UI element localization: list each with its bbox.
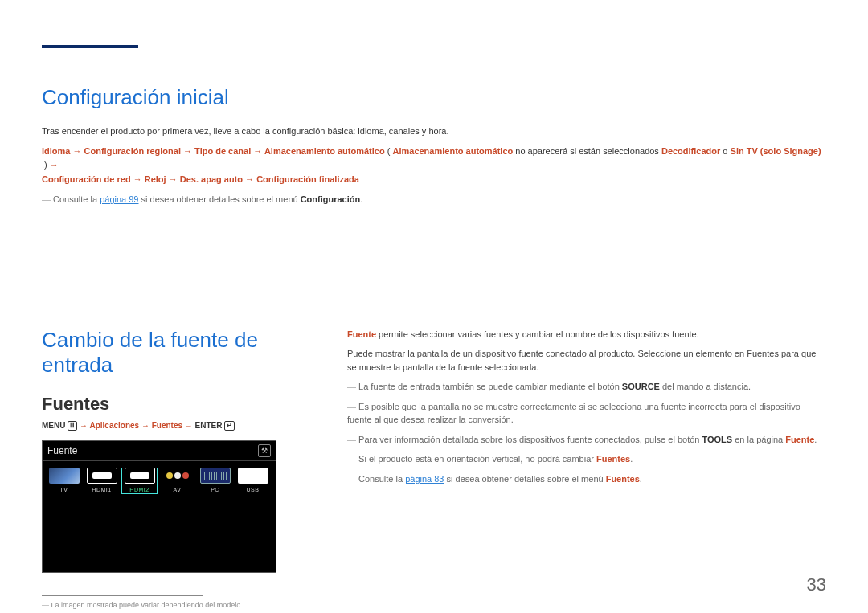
link-pagina-99[interactable]: página 99 [100,194,138,204]
menupath-enter: ENTER [195,421,223,430]
usb-icon [238,468,268,484]
header-accent-bar [42,45,138,48]
source-panel-header: Fuente ⚒ [43,441,276,461]
section2-columns: Cambio de la fuente de entrada Fuentes M… [42,328,826,609]
av-icon [162,468,193,484]
source-item-tv[interactable]: TV [46,468,82,494]
d4-bold-fuentes: Fuentes [596,454,630,464]
d4-pre: Si el producto está en orientación verti… [358,454,596,464]
setup-path: Idioma → Configuración regional → Tipo d… [42,145,826,187]
source-item-hdmi1[interactable]: HDMI1 [84,468,120,494]
d1-bold-source: SOURCE [622,382,660,391]
page-container: Configuración inicial Tras encender el p… [0,0,868,613]
right-d3: Para ver información detallada sobre los… [347,433,826,447]
path-config-finalizada: Configuración finalizada [256,174,359,184]
d1-pre: La fuente de entrada también se puede ca… [358,382,622,391]
path-note-or: o [723,146,730,156]
menu-path: MENU Ⅲ → Aplicaciones → Fuentes → ENTER … [42,421,315,431]
source-item-usb[interactable]: USB [235,468,271,494]
section2-right-column: Fuente permite seleccionar varias fuente… [347,328,826,609]
right-p1-bold: Fuente [347,329,376,339]
tools-icon[interactable]: ⚒ [258,444,271,457]
right-d1: La fuente de entrada también se puede ca… [347,380,826,394]
path-idioma: Idioma [42,146,70,156]
footnote: La imagen mostrada puede variar dependie… [42,601,315,609]
d5-post: . [640,474,642,484]
note-post: . [360,194,362,204]
source-label: USB [235,487,271,492]
d4-post: . [630,454,633,464]
source-label: HDMI1 [84,487,120,492]
d1-post: del mando a distancia. [662,382,751,391]
link-pagina-83[interactable]: página 83 [405,474,444,484]
path-almacenamiento: Almacenamiento automático [264,146,385,156]
d3-post: . [814,435,817,444]
menupath-fuentes: Fuentes [152,421,182,430]
right-d4: Si el producto está en orientación verti… [347,452,826,466]
source-panel: Fuente ⚒ TV HDMI1 HDMI2 [42,440,276,573]
d3-bold-fuente: Fuente [785,435,814,444]
menupath-menu: MENU [42,421,68,430]
right-d5: Consulte la página 83 si desea obtener d… [347,472,826,486]
path-note-bold: Almacenamiento automático [392,146,513,156]
source-label: TV [46,487,82,492]
section2-subtitle: Fuentes [42,394,315,415]
hdmi-icon [87,468,117,484]
section2-left-column: Cambio de la fuente de entrada Fuentes M… [42,328,315,609]
note-pre: Consulte la [53,194,100,204]
tv-icon [49,468,80,484]
right-p1-text: permite seleccionar varias fuentes y cam… [376,329,699,339]
note-mid: si desea obtener detalles sobre el menú [141,194,301,204]
source-label: AV [159,487,195,492]
path-note-decodificador: Decodificador [661,146,720,156]
right-d2: Es posible que la pantalla no se muestre… [347,400,826,427]
path-reloj: Reloj [145,174,166,184]
header-divider [170,47,826,47]
source-panel-title: Fuente [47,445,77,456]
source-item-av[interactable]: AV [159,468,195,494]
right-p2: Puede mostrar la pantalla de un disposit… [347,347,826,374]
hdmi-icon [125,468,155,484]
right-p1: Fuente permite seleccionar varias fuente… [347,328,826,341]
page-number: 33 [807,574,826,595]
d5-bold-fuentes: Fuentes [606,474,640,484]
enter-icon: ↵ [224,421,235,431]
path-des-apag: Des. apag auto [180,174,243,184]
source-label: PC [197,487,233,492]
path-config-red: Configuración de red [42,174,131,184]
note-bold: Configuración [301,194,361,204]
path-tipo-canal: Tipo de canal [194,146,251,156]
path-note-close: .) [42,160,47,170]
source-row: TV HDMI1 HDMI2 AV [43,461,276,501]
pc-icon [200,468,231,484]
section2-title: Cambio de la fuente de entrada [42,328,315,378]
source-item-hdmi2[interactable]: HDMI2 [121,468,158,494]
header-rule [42,42,826,53]
path-note-open: ( [387,146,391,156]
d3-bold-tools: TOOLS [702,435,732,444]
section1-intro: Tras encender el producto por primera ve… [42,125,826,138]
footnote-separator [42,595,203,596]
path-note-sintv: Sin TV (solo Signage) [731,146,821,156]
path-note-mid: no aparecerá si están seleccionados [515,146,661,156]
source-item-pc[interactable]: PC [197,468,233,494]
path-config-regional: Configuración regional [84,146,181,156]
menupath-aplicaciones: Aplicaciones [89,421,139,430]
d3-pre: Para ver información detallada sobre los… [358,435,702,444]
d3-mid: en la página [735,435,785,444]
d5-pre: Consulte la [358,474,405,484]
section1-title: Configuración inicial [42,85,826,110]
d5-mid: si desea obtener detalles sobre el menú [447,474,606,484]
section1-note: Consulte la página 99 si desea obtener d… [42,193,826,207]
source-label: HDMI2 [121,487,158,492]
menu-icon: Ⅲ [68,421,77,431]
